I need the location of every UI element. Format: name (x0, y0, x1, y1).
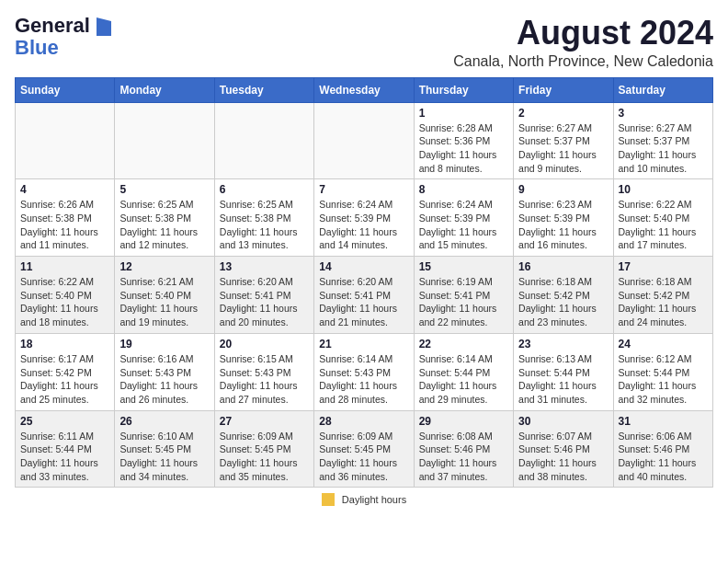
table-row: 20Sunrise: 6:15 AM Sunset: 5:43 PM Dayli… (214, 333, 313, 410)
svg-marker-0 (97, 17, 111, 36)
day-number: 18 (20, 338, 109, 350)
day-info: Sunrise: 6:20 AM Sunset: 5:41 PM Dayligh… (220, 275, 309, 329)
day-number: 17 (619, 260, 708, 273)
table-row: 25Sunrise: 6:11 AM Sunset: 5:44 PM Dayli… (16, 410, 115, 488)
col-sunday: Sunday (16, 77, 115, 102)
table-row: 26Sunrise: 6:10 AM Sunset: 5:45 PM Dayli… (115, 410, 214, 488)
logo: General Blue (15, 15, 112, 59)
day-info: Sunrise: 6:10 AM Sunset: 5:45 PM Dayligh… (119, 430, 209, 484)
table-row (16, 102, 115, 179)
day-number: 2 (518, 107, 608, 120)
table-row: 3Sunrise: 6:27 AM Sunset: 5:37 PM Daylig… (613, 102, 712, 179)
day-info: Sunrise: 6:12 AM Sunset: 5:44 PM Dayligh… (619, 352, 708, 407)
table-row: 24Sunrise: 6:12 AM Sunset: 5:44 PM Dayli… (613, 333, 712, 410)
table-row: 19Sunrise: 6:16 AM Sunset: 5:43 PM Dayli… (115, 333, 214, 410)
calendar-week-1: 1Sunrise: 6:28 AM Sunset: 5:36 PM Daylig… (16, 102, 713, 179)
day-info: Sunrise: 6:22 AM Sunset: 5:40 PM Dayligh… (20, 275, 109, 329)
table-row: 30Sunrise: 6:07 AM Sunset: 5:46 PM Dayli… (514, 410, 613, 488)
table-row: 28Sunrise: 6:09 AM Sunset: 5:45 PM Dayli… (314, 410, 414, 488)
col-monday: Monday (115, 77, 214, 102)
calendar-header-row: Sunday Monday Tuesday Wednesday Thursday… (16, 77, 713, 102)
logo-blue-text: Blue (15, 36, 59, 59)
day-number: 5 (119, 183, 209, 196)
day-number: 25 (20, 415, 109, 428)
day-number: 23 (518, 338, 608, 350)
day-info: Sunrise: 6:22 AM Sunset: 5:40 PM Dayligh… (619, 198, 708, 252)
table-row: 18Sunrise: 6:17 AM Sunset: 5:42 PM Dayli… (16, 333, 115, 410)
day-number: 28 (319, 415, 408, 428)
month-title: August 2024 (453, 15, 713, 52)
day-number: 1 (419, 107, 508, 120)
day-number: 6 (220, 183, 309, 196)
table-row (214, 102, 313, 179)
table-row: 2Sunrise: 6:27 AM Sunset: 5:37 PM Daylig… (514, 102, 613, 179)
title-area: August 2024 Canala, North Province, New … (453, 15, 713, 70)
calendar-table: Sunday Monday Tuesday Wednesday Thursday… (15, 77, 713, 488)
day-number: 12 (119, 260, 209, 273)
day-info: Sunrise: 6:17 AM Sunset: 5:42 PM Dayligh… (20, 352, 109, 407)
day-number: 4 (20, 183, 109, 196)
day-info: Sunrise: 6:27 AM Sunset: 5:37 PM Dayligh… (518, 121, 608, 176)
day-info: Sunrise: 6:08 AM Sunset: 5:46 PM Dayligh… (419, 430, 508, 484)
location-title: Canala, North Province, New Caledonia (453, 53, 713, 70)
table-row: 17Sunrise: 6:18 AM Sunset: 5:42 PM Dayli… (613, 257, 712, 334)
day-info: Sunrise: 6:07 AM Sunset: 5:46 PM Dayligh… (518, 430, 608, 484)
day-number: 20 (220, 338, 309, 350)
table-row: 1Sunrise: 6:28 AM Sunset: 5:36 PM Daylig… (414, 102, 513, 179)
table-row: 23Sunrise: 6:13 AM Sunset: 5:44 PM Dayli… (514, 333, 613, 410)
col-saturday: Saturday (613, 77, 712, 102)
table-row: 29Sunrise: 6:08 AM Sunset: 5:46 PM Dayli… (414, 410, 513, 488)
day-number: 27 (220, 415, 309, 428)
table-row (115, 102, 214, 179)
day-info: Sunrise: 6:24 AM Sunset: 5:39 PM Dayligh… (319, 198, 408, 252)
day-number: 7 (319, 183, 408, 196)
day-number: 3 (619, 107, 708, 120)
day-info: Sunrise: 6:14 AM Sunset: 5:43 PM Dayligh… (319, 352, 408, 407)
table-row: 8Sunrise: 6:24 AM Sunset: 5:39 PM Daylig… (414, 179, 513, 257)
table-row: 31Sunrise: 6:06 AM Sunset: 5:46 PM Dayli… (613, 410, 712, 488)
day-info: Sunrise: 6:18 AM Sunset: 5:42 PM Dayligh… (619, 275, 708, 329)
day-number: 29 (419, 415, 508, 428)
day-number: 9 (518, 183, 608, 196)
day-number: 11 (20, 260, 109, 273)
table-row: 22Sunrise: 6:14 AM Sunset: 5:44 PM Dayli… (414, 333, 513, 410)
day-info: Sunrise: 6:09 AM Sunset: 5:45 PM Dayligh… (220, 430, 309, 484)
daylight-legend-label: Daylight hours (342, 494, 406, 505)
day-number: 15 (419, 260, 508, 273)
table-row: 13Sunrise: 6:20 AM Sunset: 5:41 PM Dayli… (214, 257, 313, 334)
table-row: 7Sunrise: 6:24 AM Sunset: 5:39 PM Daylig… (314, 179, 414, 257)
day-number: 8 (419, 183, 508, 196)
day-info: Sunrise: 6:21 AM Sunset: 5:40 PM Dayligh… (119, 275, 209, 329)
table-row: 6Sunrise: 6:25 AM Sunset: 5:38 PM Daylig… (214, 179, 313, 257)
day-info: Sunrise: 6:06 AM Sunset: 5:46 PM Dayligh… (619, 430, 708, 484)
day-info: Sunrise: 6:28 AM Sunset: 5:36 PM Dayligh… (419, 121, 508, 176)
calendar-week-3: 11Sunrise: 6:22 AM Sunset: 5:40 PM Dayli… (16, 257, 713, 334)
day-number: 22 (419, 338, 508, 350)
calendar-week-4: 18Sunrise: 6:17 AM Sunset: 5:42 PM Dayli… (16, 333, 713, 410)
col-tuesday: Tuesday (214, 77, 313, 102)
table-row: 14Sunrise: 6:20 AM Sunset: 5:41 PM Dayli… (314, 257, 414, 334)
table-row (314, 102, 414, 179)
day-info: Sunrise: 6:24 AM Sunset: 5:39 PM Dayligh… (419, 198, 508, 252)
day-info: Sunrise: 6:27 AM Sunset: 5:37 PM Dayligh… (619, 121, 708, 176)
day-number: 14 (319, 260, 408, 273)
daylight-legend-box (322, 493, 335, 506)
table-row: 11Sunrise: 6:22 AM Sunset: 5:40 PM Dayli… (16, 257, 115, 334)
table-row: 21Sunrise: 6:14 AM Sunset: 5:43 PM Dayli… (314, 333, 414, 410)
day-number: 24 (619, 338, 708, 350)
table-row: 15Sunrise: 6:19 AM Sunset: 5:41 PM Dayli… (414, 257, 513, 334)
col-wednesday: Wednesday (314, 77, 414, 102)
day-info: Sunrise: 6:26 AM Sunset: 5:38 PM Dayligh… (20, 198, 109, 252)
col-friday: Friday (514, 77, 613, 102)
day-number: 21 (319, 338, 408, 350)
calendar-week-5: 25Sunrise: 6:11 AM Sunset: 5:44 PM Dayli… (16, 410, 713, 488)
logo-text: General (15, 15, 112, 37)
day-info: Sunrise: 6:14 AM Sunset: 5:44 PM Dayligh… (419, 352, 508, 407)
day-info: Sunrise: 6:11 AM Sunset: 5:44 PM Dayligh… (20, 430, 109, 484)
day-info: Sunrise: 6:09 AM Sunset: 5:45 PM Dayligh… (319, 430, 408, 484)
table-row: 4Sunrise: 6:26 AM Sunset: 5:38 PM Daylig… (16, 179, 115, 257)
table-row: 9Sunrise: 6:23 AM Sunset: 5:39 PM Daylig… (514, 179, 613, 257)
col-thursday: Thursday (414, 77, 513, 102)
calendar-week-2: 4Sunrise: 6:26 AM Sunset: 5:38 PM Daylig… (16, 179, 713, 257)
day-number: 31 (619, 415, 708, 428)
